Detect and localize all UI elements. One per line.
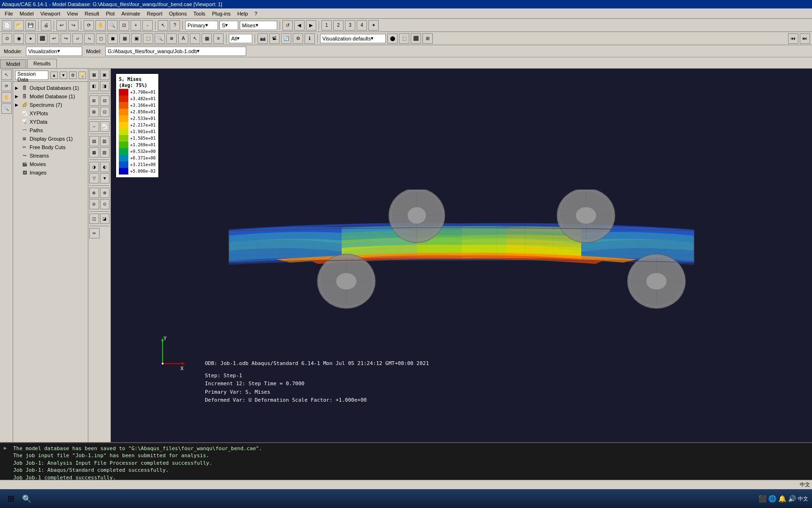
- tb2-8[interactable]: ⤿: [84, 33, 94, 44]
- tb2-last4[interactable]: ⊞: [422, 33, 433, 44]
- primary-dropdown[interactable]: Primary ▾: [185, 21, 218, 30]
- tree-paths[interactable]: ▶ 〰 Paths: [13, 126, 88, 135]
- tab-model[interactable]: Model: [0, 59, 26, 68]
- ip-btn-1[interactable]: ▦: [89, 70, 99, 80]
- tree-xydata[interactable]: ▶ 📊 XYData: [13, 118, 88, 126]
- tb2-1[interactable]: ⊙: [2, 33, 12, 44]
- ip-btn-13[interactable]: ▦: [89, 147, 99, 158]
- tb2-18[interactable]: ▦: [202, 33, 212, 44]
- expand-spectrums[interactable]: ▶: [15, 103, 21, 107]
- tb2-last3[interactable]: ⬛: [411, 33, 421, 44]
- menu-options[interactable]: Options: [166, 10, 190, 17]
- lt-select[interactable]: ↖: [1, 70, 12, 80]
- query-btn[interactable]: ?: [170, 20, 180, 31]
- ip-btn-2[interactable]: ▣: [100, 70, 110, 80]
- ip-btn-14[interactable]: ▧: [100, 147, 110, 158]
- menu-help[interactable]: Help: [234, 10, 251, 17]
- menu-report[interactable]: Report: [144, 10, 165, 17]
- star-btn[interactable]: ✦: [368, 20, 379, 31]
- tb2-last1[interactable]: ⬤: [387, 33, 398, 44]
- tb2-7[interactable]: ⤾: [72, 33, 83, 44]
- ip-btn-4[interactable]: ◨: [100, 81, 110, 91]
- menu-file[interactable]: File: [2, 10, 16, 17]
- ip-btn-5[interactable]: ⊞: [89, 95, 99, 106]
- menu-result[interactable]: Result: [82, 10, 102, 17]
- num1-btn[interactable]: 1: [321, 20, 332, 31]
- menu-tools[interactable]: Tools: [190, 10, 208, 17]
- tb2-19[interactable]: ≡: [213, 33, 224, 44]
- next-btn[interactable]: ▶: [306, 20, 316, 31]
- tb2-last2[interactable]: ⬚: [399, 33, 409, 44]
- tree-free-body-cuts[interactable]: ▶ ✂ Free Body Cuts: [13, 143, 88, 151]
- tab-results[interactable]: Results: [27, 59, 57, 68]
- tree-images[interactable]: ▶ 🖼 Images: [13, 168, 88, 177]
- tb2-17[interactable]: ↖: [190, 33, 200, 44]
- ip-btn-7[interactable]: ⊠: [89, 107, 99, 117]
- start-button[interactable]: ⊞: [4, 492, 18, 506]
- tb2-13[interactable]: ⬚: [143, 33, 153, 44]
- tb2-11[interactable]: ▦: [119, 33, 130, 44]
- tb2-info[interactable]: ℹ: [304, 33, 315, 44]
- menu-animate[interactable]: Animate: [118, 10, 143, 17]
- tb2-2[interactable]: ◉: [14, 33, 24, 44]
- sidebar-down-btn[interactable]: ▼: [60, 71, 67, 79]
- ip-btn-15[interactable]: ◑: [89, 162, 99, 172]
- ip-btn-16[interactable]: ◐: [100, 162, 110, 172]
- num3-btn[interactable]: 3: [345, 20, 355, 31]
- num2-btn[interactable]: 2: [333, 20, 344, 31]
- tb2-4[interactable]: ⬛: [37, 33, 47, 44]
- task-search[interactable]: 🔍: [20, 492, 34, 506]
- print-btn[interactable]: 🖨: [41, 20, 51, 31]
- ip-btn-22[interactable]: ⊙: [100, 199, 110, 209]
- zoomout-btn[interactable]: -: [142, 20, 153, 31]
- tb2-10[interactable]: ◼: [108, 33, 118, 44]
- select-btn[interactable]: ↖: [158, 20, 168, 31]
- menu-model[interactable]: Model: [17, 10, 37, 17]
- redo-btn[interactable]: ↪: [68, 20, 78, 31]
- session-data-dropdown[interactable]: Session Data: [15, 71, 48, 80]
- tb2-3[interactable]: ●: [25, 33, 36, 44]
- sidebar-up-btn[interactable]: ▲: [50, 71, 58, 79]
- tree-streams[interactable]: ▶ 〜 Streams: [13, 151, 88, 160]
- new-btn[interactable]: 📄: [2, 20, 12, 31]
- prev-btn[interactable]: ◀: [294, 20, 304, 31]
- menu-view[interactable]: View: [64, 10, 81, 17]
- ip-btn-23[interactable]: ◫: [89, 214, 99, 224]
- fit-btn[interactable]: ⊡: [119, 20, 129, 31]
- tree-movies[interactable]: ▶ 🎬 Movies: [13, 160, 88, 168]
- open-btn[interactable]: 📂: [14, 20, 24, 31]
- zoomin-btn[interactable]: +: [131, 20, 141, 31]
- tb2-nav1[interactable]: ⏮: [788, 33, 798, 44]
- tb2-9[interactable]: ◻: [96, 33, 106, 44]
- viewport[interactable]: S, Mises (Avg: 75%) +3.798e+01+3.482e+01…: [111, 69, 812, 442]
- viz-defaults-dropdown[interactable]: Visualization defaults ▾: [320, 34, 386, 43]
- lt-rotate[interactable]: ⟳: [1, 81, 12, 91]
- menu-plot[interactable]: Plot: [103, 10, 117, 17]
- ip-btn-3[interactable]: ◧: [89, 81, 99, 91]
- menu-plugins[interactable]: Plug-ins: [209, 10, 234, 17]
- tb2-15[interactable]: ⊗: [166, 33, 177, 44]
- tb2-12[interactable]: ▣: [131, 33, 141, 44]
- sidebar-light-btn[interactable]: 💡: [78, 71, 86, 79]
- lt-pan[interactable]: ✋: [1, 92, 12, 103]
- ip-btn-10[interactable]: 📈: [100, 121, 110, 132]
- tb2-nav2[interactable]: ⏭: [800, 33, 810, 44]
- ip-btn-18[interactable]: ▼: [100, 173, 110, 183]
- ip-btn-17[interactable]: ▽: [89, 173, 99, 183]
- zoom-btn[interactable]: 🔍: [107, 20, 117, 31]
- model-dropdown[interactable]: G:/Abaqus_files/four_wanqu/Job-1.odb ▾: [105, 47, 246, 56]
- ip-btn-25[interactable]: ✏: [89, 228, 100, 238]
- tb2-5[interactable]: ↩: [49, 33, 59, 44]
- s-dropdown[interactable]: S ▾: [219, 21, 238, 30]
- expand-model-db[interactable]: ▶: [15, 94, 21, 99]
- num4-btn[interactable]: 4: [357, 20, 367, 31]
- tree-output-dbs[interactable]: ▶ 🗄 Output Databases (1): [13, 84, 88, 92]
- ip-btn-24[interactable]: ◪: [100, 214, 110, 224]
- pan-btn[interactable]: ✋: [95, 20, 106, 31]
- ip-btn-9[interactable]: ↔: [89, 121, 99, 132]
- ip-btn-20[interactable]: ⊗: [100, 188, 110, 198]
- lt-zoom[interactable]: 🔍: [1, 103, 12, 114]
- rotate-btn[interactable]: ⟳: [84, 20, 94, 31]
- ip-btn-11[interactable]: ▤: [89, 136, 99, 146]
- tb2-14[interactable]: 🔍: [155, 33, 165, 44]
